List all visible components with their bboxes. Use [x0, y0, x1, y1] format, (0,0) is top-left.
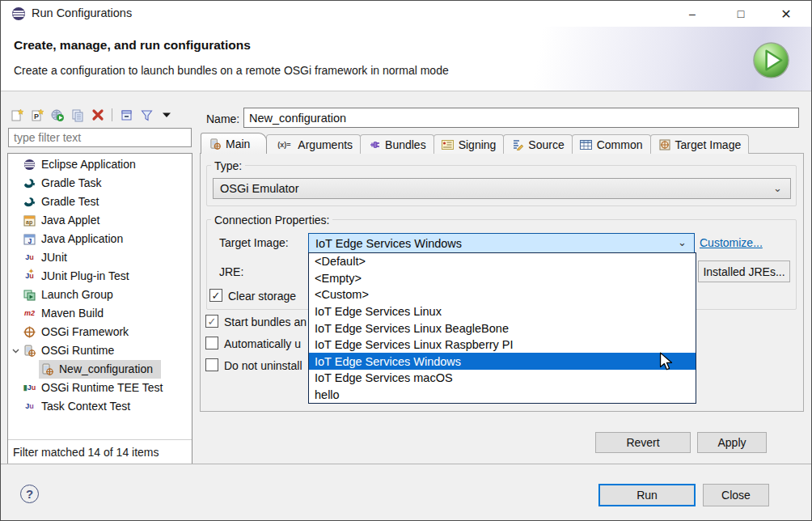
eclipse-icon [23, 159, 36, 172]
clear-storage-label: Clear storage [228, 290, 296, 303]
launch-group-icon [23, 289, 36, 302]
chevron-down-icon: ⌄ [773, 182, 782, 194]
gradle-icon [23, 177, 36, 190]
tree-item-java-application[interactable]: J Java Application [8, 230, 192, 248]
delete-icon [91, 108, 104, 121]
banner-subtitle: Create a configuration to launch bundles… [14, 64, 449, 77]
customize-link[interactable]: Customize... [700, 236, 763, 249]
tree-item-osgi-runtime-tee-test[interactable]: ▮Ju OSGi Runtime TEE Test [8, 379, 192, 397]
delete-button[interactable] [90, 107, 106, 123]
tab-signing[interactable]: Signing [433, 134, 505, 154]
close-window-button[interactable]: ✕ [768, 1, 805, 27]
revert-button[interactable]: Revert [595, 432, 691, 453]
type-group-label: Type: [211, 159, 245, 172]
tree-item-maven-build[interactable]: m2 Maven Build [8, 304, 192, 323]
mouse-cursor [658, 352, 675, 371]
collapse-all-icon [120, 108, 133, 122]
osgi-tee-test-icon: ▮Ju [23, 382, 36, 395]
tab-source[interactable]: Source [503, 134, 572, 154]
dropdown-arrow-icon [163, 112, 171, 118]
tree-item-java-applet[interactable]: ap Java Applet [8, 211, 192, 230]
maximize-button[interactable]: □ [722, 1, 759, 27]
do-not-uninstall-checkbox[interactable] [205, 358, 218, 371]
automatically-update-label: Automatically u [224, 337, 301, 350]
filter-button[interactable] [138, 107, 154, 123]
tab-main[interactable]: Main [201, 133, 267, 154]
dropdown-option[interactable]: IoT Edge Services Linux BeagleBone [309, 320, 696, 337]
tree-item-osgi-runtime[interactable]: OSGi Runtime [8, 341, 192, 360]
dropdown-option[interactable]: IoT Edge Services macOS [309, 370, 696, 387]
close-button[interactable]: Close [703, 484, 769, 506]
tab-arguments[interactable]: (x)= Arguments [266, 134, 361, 154]
java-applet-icon: ap [23, 214, 36, 227]
filter-input[interactable] [8, 128, 192, 147]
source-icon [511, 138, 524, 150]
tree-item-eclipse-application[interactable]: Eclipse Application [8, 155, 192, 174]
chevron-down-icon: ⌄ [678, 236, 687, 248]
toolbar-menu-button[interactable] [159, 107, 175, 123]
dialog-footer: ? Run Close [1, 464, 811, 521]
new-configuration-icon [11, 108, 24, 122]
do-not-uninstall-label: Do not uninstall [224, 359, 302, 372]
minimize-button[interactable]: – [674, 1, 711, 27]
tab-bar: Main (x)= Arguments Bundles Signing Sour… [201, 133, 748, 154]
target-image-label: Target Image: [219, 236, 289, 249]
dropdown-option[interactable]: IoT Edge Services Linux [309, 303, 696, 320]
installed-jres-button[interactable]: Installed JREs... [698, 260, 790, 282]
collapse-all-button[interactable] [118, 107, 134, 123]
tree-item-launch-group[interactable]: Launch Group [8, 286, 192, 304]
bundles-plug-icon [368, 138, 381, 150]
tree-item-task-context-test[interactable]: Ju Task Context Test [8, 397, 192, 416]
tree-item-new-configuration[interactable]: New_configuration [8, 360, 192, 379]
configurations-tree: Eclipse Application Gradle Task Gradle T… [7, 153, 192, 464]
dropdown-option[interactable]: IoT Edge Services Linux Raspberry PI [309, 337, 696, 354]
tree-item-gradle-test[interactable]: Gradle Test [8, 193, 192, 211]
automatically-update-checkbox[interactable] [205, 337, 218, 349]
osgi-runtime-icon [40, 363, 54, 376]
tree-item-junit-plugin-test[interactable]: Ju✦ JUnit Plug-in Test [8, 267, 192, 286]
gradle-icon [23, 196, 36, 209]
svg-text:P: P [34, 112, 39, 121]
tab-bundles[interactable]: Bundles [360, 134, 434, 154]
dropdown-option[interactable]: hello [309, 387, 696, 404]
type-combo[interactable]: OSGi Emulator ⌄ [213, 178, 791, 199]
junit-icon: Ju [23, 252, 36, 265]
osgi-runtime-icon [23, 345, 36, 358]
dropdown-option-selected[interactable]: IoT Edge Services Windows [309, 353, 696, 370]
run-button[interactable]: Run [598, 484, 696, 506]
start-bundles-checkbox[interactable]: ✓ [205, 315, 218, 328]
tree-item-osgi-framework[interactable]: OSGi Framework [8, 323, 192, 341]
dropdown-option[interactable]: <Empty> [309, 270, 696, 287]
osgi-runtime-icon [209, 138, 222, 150]
export-configuration-icon [50, 108, 65, 122]
filter-match-status: Filter matched 14 of 14 items [8, 439, 192, 464]
arguments-icon: (x)= [274, 138, 294, 150]
duplicate-button[interactable] [70, 107, 86, 123]
run-configurations-dialog: Run Configurations – □ ✕ Create, manage,… [0, 0, 812, 521]
dropdown-option[interactable]: <Default> [309, 253, 696, 270]
jre-label: JRE: [219, 265, 243, 278]
name-label: Name: [206, 112, 239, 125]
export-configuration-button[interactable] [49, 107, 66, 123]
tab-common[interactable]: Common [572, 134, 651, 154]
target-image-combo[interactable]: IoT Edge Services Windows ⌄ [308, 233, 695, 253]
titlebar: Run Configurations – □ ✕ [1, 1, 811, 27]
expanded-chevron-icon [12, 349, 19, 354]
clear-storage-checkbox[interactable]: ✓ [209, 289, 222, 302]
junit-plugin-icon: Ju✦ [23, 270, 36, 283]
apply-button[interactable]: Apply [697, 432, 767, 453]
tree-item-gradle-task[interactable]: Gradle Task [8, 174, 192, 193]
help-button[interactable]: ? [20, 485, 39, 503]
name-input[interactable] [243, 108, 799, 128]
tree-item-junit[interactable]: Ju JUnit [8, 248, 192, 267]
svg-text:J: J [28, 236, 32, 244]
connection-properties-label: Connection Properties: [211, 214, 332, 227]
new-configuration-button[interactable] [9, 107, 25, 123]
window-title: Run Configurations [32, 6, 132, 19]
tab-target-image[interactable]: Target Image [650, 134, 750, 154]
banner-title: Create, manage, and run configurations [14, 38, 251, 53]
dropdown-option[interactable]: <Custom> [309, 286, 696, 303]
target-image-icon [658, 138, 671, 150]
new-prototype-button[interactable]: P [29, 107, 45, 123]
configurations-toolbar: P [9, 106, 175, 124]
